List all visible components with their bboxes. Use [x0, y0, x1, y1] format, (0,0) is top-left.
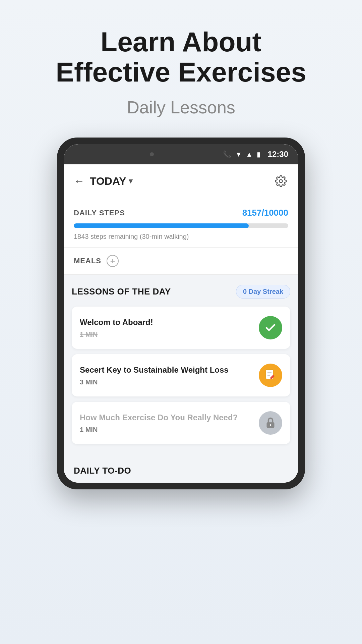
lock-icon	[264, 417, 277, 429]
signal-icon: ▲	[246, 151, 253, 158]
status-bar: 📞 ▼ ▲ ▮ 12:30	[64, 144, 298, 164]
settings-button[interactable]	[274, 174, 288, 189]
lesson-card-content: Welcom to Aboard! 1 MIN	[80, 317, 259, 338]
progress-bar-background	[74, 223, 288, 228]
phone-frame: 📞 ▼ ▲ ▮ 12:30 ← TODAY ▾	[57, 138, 305, 489]
gear-icon	[275, 175, 287, 187]
phone-icon: 📞	[223, 150, 231, 158]
svg-point-7	[270, 424, 272, 426]
lesson-card[interactable]: Welcom to Aboard! 1 MIN	[72, 307, 290, 349]
app-content: ← TODAY ▾ DAILY STEPS 8157/1	[64, 164, 298, 483]
lesson-locked-icon	[259, 411, 282, 435]
lessons-section-title: LESSONS OF THE DAY	[72, 286, 171, 297]
page-title: Learn About Effective Exercises	[56, 27, 306, 87]
nav-left: ← TODAY ▾	[74, 175, 132, 187]
meals-section: MEALS +	[64, 248, 298, 275]
lesson-title: How Much Exercise Do You Really Need?	[80, 412, 252, 423]
lessons-section: LESSONS OF THE DAY 0 Day Streak Welcom t…	[64, 275, 298, 456]
svg-point-0	[280, 180, 283, 183]
lesson-card[interactable]: Secert Key to Sustainable Weight Loss 3 …	[72, 354, 290, 396]
back-button[interactable]: ←	[74, 175, 84, 187]
progress-bar-fill	[74, 223, 249, 228]
page-subtitle: Daily Lessons	[56, 97, 306, 117]
add-meal-button[interactable]: +	[107, 255, 119, 267]
top-nav: ← TODAY ▾	[64, 164, 298, 198]
daily-todo-title: DAILY TO-DO	[74, 466, 131, 476]
battery-icon: ▮	[257, 150, 260, 158]
document-pencil-icon	[263, 368, 278, 383]
lesson-duration: 1 MIN	[80, 426, 252, 434]
wifi-icon: ▼	[235, 151, 242, 158]
lesson-card[interactable]: How Much Exercise Do You Really Need? 1 …	[72, 402, 290, 444]
nav-title-group[interactable]: TODAY ▾	[90, 175, 132, 187]
daily-todo-section: DAILY TO-DO	[64, 456, 298, 483]
lesson-completed-icon	[259, 316, 282, 339]
phone-inner: 📞 ▼ ▲ ▮ 12:30 ← TODAY ▾	[64, 144, 298, 483]
lesson-card-content: Secert Key to Sustainable Weight Loss 3 …	[80, 365, 259, 386]
checkmark-icon	[264, 322, 277, 334]
meals-label: MEALS	[74, 257, 101, 265]
steps-header: DAILY STEPS 8157/10000	[74, 208, 288, 218]
camera-dot	[150, 152, 154, 156]
lesson-pending-icon	[259, 364, 282, 387]
status-time: 12:30	[268, 150, 288, 159]
steps-remaining-text: 1843 steps remaining (30-min walking)	[74, 233, 288, 240]
lesson-title: Welcom to Aboard!	[80, 317, 252, 327]
page-header: Learn About Effective Exercises Daily Le…	[36, 0, 326, 131]
lesson-title: Secert Key to Sustainable Weight Loss	[80, 365, 252, 375]
steps-count: 8157/10000	[242, 208, 288, 218]
daily-steps-section: DAILY STEPS 8157/10000 1843 steps remain…	[64, 198, 298, 248]
steps-label: DAILY STEPS	[74, 209, 125, 217]
status-icons: 📞 ▼ ▲ ▮ 12:30	[223, 150, 288, 159]
lesson-duration: 1 MIN	[80, 331, 252, 338]
streak-badge: 0 Day Streak	[236, 285, 290, 299]
nav-title-text: TODAY	[90, 175, 126, 187]
status-bar-left	[80, 152, 223, 156]
lesson-card-content: How Much Exercise Do You Really Need? 1 …	[80, 412, 259, 434]
lesson-duration: 3 MIN	[80, 378, 252, 386]
lessons-header: LESSONS OF THE DAY 0 Day Streak	[72, 285, 290, 299]
nav-chevron-icon: ▾	[129, 177, 132, 185]
